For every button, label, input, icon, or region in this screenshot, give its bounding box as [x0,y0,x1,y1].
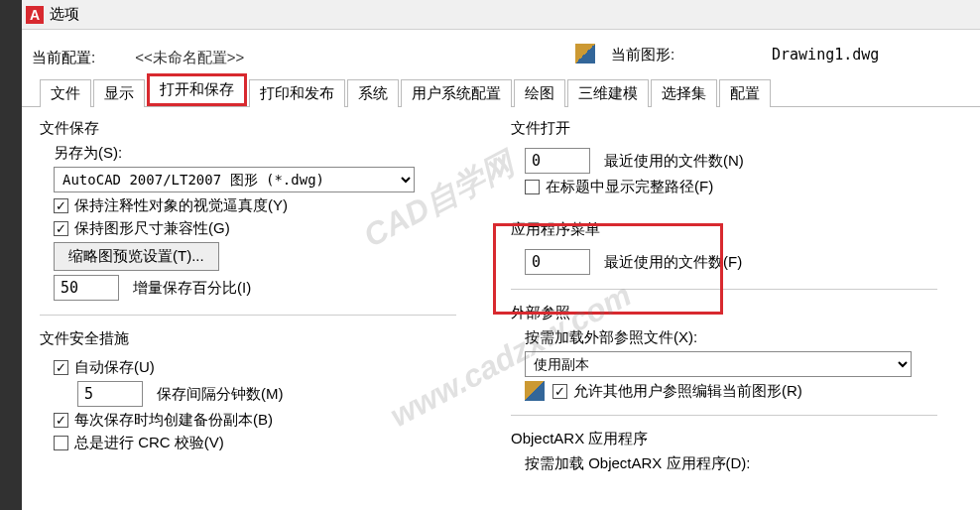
backup-checkbox[interactable] [54,413,68,428]
tab-plot[interactable]: 打印和发布 [249,79,345,107]
xref-demand-label: 按需加载外部参照文件(X): [525,328,962,347]
current-drawing-value: Drawing1.dwg [772,46,879,64]
appmenu-recent-label: 最近使用的文件数(F) [604,253,742,272]
arx-group: ObjectARX 应用程序 [511,430,962,448]
current-drawing-label: 当前图形: [611,46,674,64]
xref-group: 外部参照 [511,304,962,322]
current-profile-value: <<未命名配置>> [135,49,244,67]
dialog-title: 选项 [50,5,79,24]
tab-3d[interactable]: 三维建模 [567,79,649,107]
autosave-label: 自动保存(U) [74,358,155,377]
recent-files-label: 最近使用的文件数(N) [604,152,744,171]
xref-allow-edit-checkbox[interactable] [552,384,567,399]
autocad-icon: A [26,6,44,24]
title-bar: A 选项 [22,0,980,30]
current-profile-label: 当前配置: [32,49,95,67]
xref-mode-select[interactable]: 使用副本 [525,351,912,377]
tab-user[interactable]: 用户系统配置 [401,79,512,107]
crc-label: 总是进行 CRC 校验(V) [74,434,224,452]
autosave-checkbox[interactable] [54,360,68,375]
thumbnail-settings-button[interactable]: 缩略图预览设置(T)... [54,242,219,271]
dwg-icon [575,44,595,64]
tab-drafting[interactable]: 绘图 [514,79,565,107]
tab-selection[interactable]: 选择集 [651,79,717,107]
incremental-save-input[interactable] [54,275,119,301]
recent-files-input[interactable] [525,148,590,174]
arx-demand-label: 按需加载 ObjectARX 应用程序(D): [525,454,962,473]
app-menu-group: 应用程序菜单 [511,220,962,239]
tab-open-save[interactable]: 打开和保存 [147,73,247,106]
file-open-group: 文件打开 [511,119,962,138]
backup-label: 每次保存时均创建备份副本(B) [74,411,273,430]
appmenu-recent-input[interactable] [525,249,590,275]
tab-system[interactable]: 系统 [347,79,399,107]
keep-annotative-label: 保持注释性对象的视觉逼真度(Y) [74,196,288,215]
keep-annotative-checkbox[interactable] [54,198,68,213]
saveas-format-select[interactable]: AutoCAD 2007/LT2007 图形 (*.dwg) [54,167,415,192]
file-safety-group: 文件安全措施 [40,329,491,348]
keep-size-label: 保持图形尺寸兼容性(G) [74,219,230,238]
autosave-interval-input[interactable] [77,381,143,407]
fullpath-checkbox[interactable] [525,180,540,194]
xref-allow-edit-label: 允许其他用户参照编辑当前图形(R) [573,382,802,401]
tab-profiles[interactable]: 配置 [719,79,771,107]
tab-display[interactable]: 显示 [93,79,145,107]
saveas-label: 另存为(S): [54,144,491,163]
crc-checkbox[interactable] [54,436,68,450]
incremental-save-label: 增量保存百分比(I) [133,279,251,298]
file-save-group: 文件保存 [40,119,491,138]
tabs: 文件 显示 打开和保存 打印和发布 系统 用户系统配置 绘图 三维建模 选择集 … [22,77,980,107]
dwg-icon [525,381,545,401]
fullpath-label: 在标题中显示完整路径(F) [546,178,713,196]
keep-size-checkbox[interactable] [54,221,68,236]
autosave-interval-label: 保存间隔分钟数(M) [157,385,284,404]
tab-files[interactable]: 文件 [40,79,91,107]
